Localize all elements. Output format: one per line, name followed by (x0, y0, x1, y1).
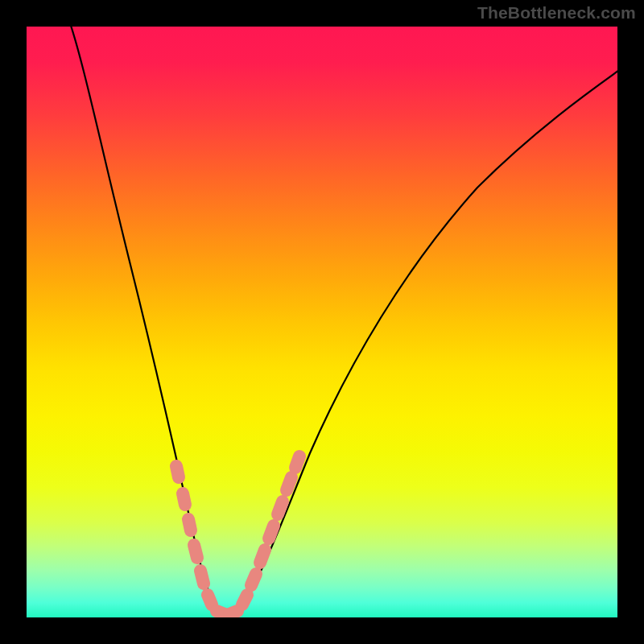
svg-line-2 (188, 519, 191, 530)
svg-line-3 (194, 545, 197, 558)
svg-line-12 (278, 502, 283, 514)
svg-line-4 (200, 571, 204, 584)
svg-line-5 (208, 595, 212, 605)
chart-frame: TheBottleneck.com (0, 0, 644, 644)
watermark-text: TheBottleneck.com (477, 3, 636, 23)
plot-area (27, 27, 617, 617)
svg-line-14 (295, 456, 299, 468)
svg-line-7 (229, 611, 237, 614)
svg-line-11 (269, 526, 274, 539)
svg-line-1 (183, 493, 185, 505)
curve-layer (27, 27, 617, 617)
highlight-dots (176, 456, 299, 614)
svg-line-9 (251, 574, 256, 585)
svg-line-13 (287, 477, 291, 490)
bottleneck-curve (68, 27, 617, 617)
svg-line-10 (260, 550, 265, 563)
svg-line-8 (242, 595, 247, 605)
svg-line-0 (176, 466, 179, 477)
